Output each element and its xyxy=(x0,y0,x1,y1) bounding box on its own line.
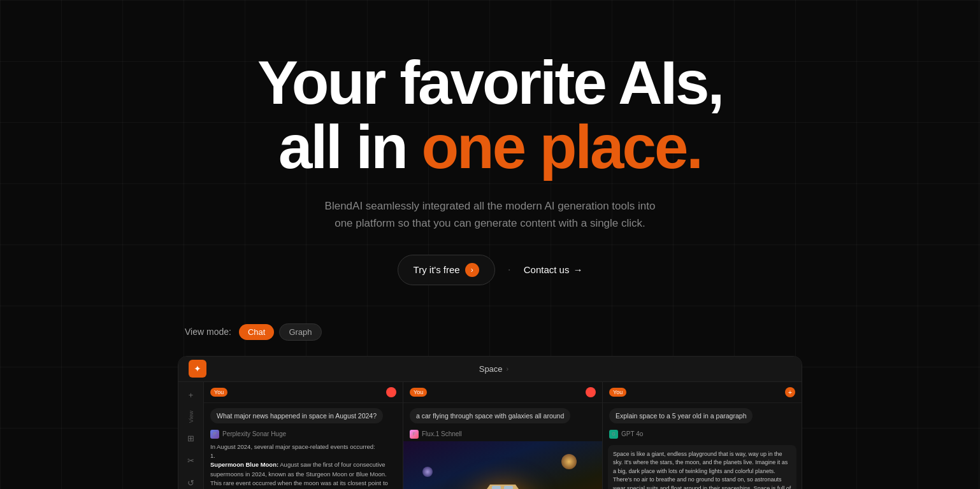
button-separator: · xyxy=(508,263,511,276)
contact-us-arrow-icon: → xyxy=(573,264,582,275)
app-header: ✦ Space › xyxy=(178,357,802,382)
chat-panel-2: You × a car flying through space with ga… xyxy=(403,382,603,489)
generated-image xyxy=(403,441,602,489)
panel2-header: You × xyxy=(403,382,602,403)
contact-us-label: Contact us xyxy=(524,264,570,275)
hero-buttons: Try it's free › · Contact us → xyxy=(398,255,583,285)
panel3-ai-header: G GPT 4o xyxy=(603,427,802,441)
app-controls xyxy=(781,364,791,374)
panel2-close-button[interactable]: × xyxy=(586,387,596,397)
panel1-user-badge: You xyxy=(210,388,227,397)
panel3-header: You + xyxy=(603,382,802,403)
sidebar-history-icon[interactable]: ↺ xyxy=(184,476,198,489)
hero-title-line2: all in xyxy=(278,113,421,181)
car-scene xyxy=(403,441,602,489)
try-free-button[interactable]: Try it's free › xyxy=(398,255,495,285)
app-title-chevron-icon: › xyxy=(507,365,509,372)
panel1-ai-response: In August 2024, several major space-rela… xyxy=(204,441,403,489)
hero-section: Your favorite AIs, all in one place. Ble… xyxy=(0,0,980,311)
app-content: You × What major news happened in space … xyxy=(204,382,802,489)
chat-panel-3: You + Explain space to a 5 year old in a… xyxy=(603,382,802,489)
view-mode-section: View mode: Chat Graph xyxy=(0,323,980,341)
panel1-ai-header: P Perplexity Sonar Huge xyxy=(204,427,403,441)
view-mode-chat-button[interactable]: Chat xyxy=(239,324,274,340)
hero-title: Your favorite AIs, all in one place. xyxy=(257,51,723,180)
app-preview: ✦ Space › + View ⊞ ✂ ↺ ⊡ xyxy=(178,356,802,489)
app-title-bar: Space › xyxy=(479,364,509,374)
chat-panel-1: You × What major news happened in space … xyxy=(204,382,403,489)
app-sidebar: + View ⊞ ✂ ↺ ⊡ ⚙ xyxy=(178,382,204,489)
hero-subtitle: BlendAI seamlessly integrated all the mo… xyxy=(324,197,656,232)
app-title: Space xyxy=(479,364,503,374)
panel3-add-button[interactable]: + xyxy=(785,387,795,397)
app-logo: ✦ xyxy=(189,360,206,378)
try-free-arrow-icon: › xyxy=(465,263,479,277)
window-control-placeholder xyxy=(781,364,791,374)
panel1-user-message: What major news happened in space in Aug… xyxy=(210,408,383,423)
panel3-user-badge: You xyxy=(609,388,626,397)
panel1-ai-name: Perplexity Sonar Huge xyxy=(222,430,286,437)
panel1-header: You × xyxy=(204,382,403,403)
panel2-user-badge: You xyxy=(410,388,427,397)
panel3-gpt-response: Space is like a giant, endless playgroun… xyxy=(608,445,796,489)
panel2-user-message: a car flying through space with galaxies… xyxy=(410,408,570,423)
contact-us-button[interactable]: Contact us → xyxy=(524,264,583,275)
sidebar-scissors-icon[interactable]: ✂ xyxy=(184,454,198,467)
try-free-label: Try it's free xyxy=(414,264,460,275)
svg-rect-3 xyxy=(504,486,513,489)
perplexity-icon: P xyxy=(210,430,219,439)
view-mode-graph-button[interactable]: Graph xyxy=(279,323,321,341)
sidebar-menu-icon[interactable]: + xyxy=(184,388,198,402)
sidebar-view-label: View xyxy=(188,411,194,423)
panel3-user-message: Explain space to a 5 year old in a parag… xyxy=(609,408,753,423)
panel2-ai-name: Flux.1 Schnell xyxy=(422,430,462,437)
gpt-icon: G xyxy=(609,430,618,439)
view-mode-bar: View mode: Chat Graph xyxy=(185,323,322,341)
panel3-ai-name: GPT 4o xyxy=(621,430,643,437)
hero-title-highlight: one place. xyxy=(421,113,702,181)
panel1-close-button[interactable]: × xyxy=(386,387,396,397)
hero-title-line1: Your favorite AIs, xyxy=(257,48,723,117)
car-svg xyxy=(465,473,541,489)
sidebar-layers-icon[interactable]: ⊞ xyxy=(184,432,198,445)
view-mode-label: View mode: xyxy=(185,327,231,337)
svg-rect-2 xyxy=(492,486,501,489)
flux-icon: F xyxy=(410,430,419,439)
app-body: + View ⊞ ✂ ↺ ⊡ ⚙ You × xyxy=(178,382,802,489)
panel2-ai-header: F Flux.1 Schnell xyxy=(403,427,602,441)
app-logo-icon: ✦ xyxy=(194,364,201,374)
